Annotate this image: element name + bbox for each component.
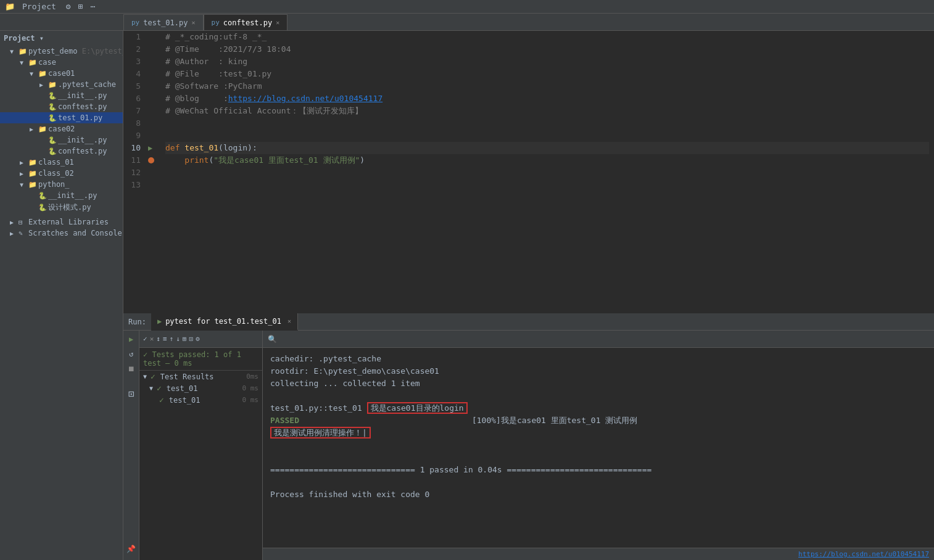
toolbar-filter-btn[interactable]: ✓ — [143, 335, 147, 343]
code-line-12 — [165, 167, 929, 179]
sidebar-item-class02[interactable]: ▶ 📁 class_02 — [0, 168, 123, 179]
code-line-3: # @Author : king — [165, 56, 929, 68]
toolbar-down-btn[interactable]: ↓ — [176, 335, 180, 343]
label-init3: __init__.py — [48, 191, 97, 200]
more-icon[interactable]: ⋯ — [90, 2, 95, 11]
line-num-13: 13 — [123, 179, 143, 191]
console-line-11 — [270, 476, 927, 488]
sidebar-item-test01[interactable]: 🐍 test_01.py — [0, 112, 123, 123]
test-item-test01-l2[interactable]: ✓ test_01 0 ms — [139, 394, 262, 406]
sidebar-title: Project ▾ — [4, 34, 44, 43]
line-num-7: 7 — [123, 105, 143, 117]
run-stop-btn[interactable]: ⏹ — [125, 363, 138, 375]
arrow-scratches: ▶ — [10, 230, 19, 237]
toolbar-up-btn[interactable]: ↑ — [170, 335, 174, 343]
tab-py-icon: py — [131, 19, 139, 27]
toolbar-sort-btn[interactable]: ↕ — [156, 335, 160, 343]
console-line-9 — [270, 451, 927, 464]
arrow-case02: ▶ — [30, 126, 38, 133]
sidebar-item-class01[interactable]: ▶ 📁 class_01 — [0, 157, 123, 168]
status-url[interactable]: https://blog.csdn.net/u010454117 — [798, 550, 929, 558]
sidebar-item-init1[interactable]: 🐍 __init__.py — [0, 90, 123, 101]
tab-conftest-label: conftest.py — [223, 19, 272, 27]
scratches-icon: ✎ — [19, 229, 28, 237]
sidebar-item-init2[interactable]: 🐍 __init__.py — [0, 134, 123, 146]
code-line-7: # @WeChat Official Account：【测试开发知库】 — [165, 105, 929, 117]
sidebar-item-conftest1[interactable]: 🐍 conftest.py — [0, 101, 123, 112]
console-toolbar-search[interactable]: 🔍 — [268, 335, 277, 344]
arrow-test01-l1: ▼ — [149, 385, 153, 392]
run-rerun-btn[interactable]: ↺ — [125, 348, 138, 360]
folder-icon-case01: 📁 — [38, 70, 48, 78]
line-num-10: 10 — [123, 142, 143, 154]
settings-icon[interactable]: ⚙ — [66, 2, 71, 11]
sidebar-item-conftest2[interactable]: 🐍 conftest.py — [0, 146, 123, 157]
test-item-test01-l1[interactable]: ▼ ✓ test_01 0 ms — [139, 382, 262, 394]
run-play-btn[interactable]: ▶ — [125, 333, 138, 345]
time-test01-l2: 0 ms — [242, 396, 259, 404]
tab-conftest-close[interactable]: ✕ — [276, 19, 279, 26]
arrow-case: ▼ — [20, 59, 28, 66]
breakpoint-icon-line11[interactable] — [148, 157, 154, 163]
editor-gutter: ▶ — [148, 31, 160, 313]
test-items-list: ▼ ✓ Test Results 0ms ▼ ✓ test_01 0 ms — [139, 371, 262, 560]
sidebar-item-python[interactable]: ▼ 📁 python_ — [0, 179, 123, 190]
project-icon: 📁 — [5, 2, 15, 11]
sidebar-item-extlibs[interactable]: ▶ ⊟ External Libraries — [0, 216, 123, 228]
arrow-python: ▼ — [20, 181, 28, 188]
toolbar-x-btn[interactable]: ✕ — [150, 335, 154, 343]
label-conftest1: conftest.py — [58, 102, 107, 111]
pin-btn[interactable]: 📌 — [125, 543, 138, 555]
run-tab-label: pytest for test_01.test_01 — [165, 317, 281, 326]
sidebar-item-case01[interactable]: ▼ 📁 case01 — [0, 68, 123, 79]
code-line-13 — [165, 179, 929, 191]
label-pytest-demo: pytest_demo E:\pytest_dem — [28, 47, 123, 56]
top-toolbar: 📁 Project ⚙ ⊞ ⋯ — [0, 0, 934, 14]
time-results-root: 0ms — [246, 373, 258, 381]
run-tab-active[interactable]: ▶ pytest for test_01.test_01 ✕ — [151, 313, 298, 331]
line-num-3: 3 — [123, 56, 143, 68]
test-item-results-root[interactable]: ▼ ✓ Test Results 0ms — [139, 371, 262, 382]
console-status-bar: https://blog.csdn.net/u010454117 — [263, 548, 934, 560]
sidebar-item-case[interactable]: ▼ 📁 case — [0, 57, 123, 68]
console-output[interactable]: cachedir: .pytest_cache rootdir: E:\pyte… — [263, 348, 934, 548]
time-test01-l1: 0 ms — [242, 384, 259, 392]
sidebar-item-init3[interactable]: 🐍 __init__.py — [0, 190, 123, 201]
line-num-6: 6 — [123, 93, 143, 105]
tab-test01[interactable]: py test_01.py ✕ — [123, 14, 204, 30]
run-tab-close[interactable]: ✕ — [287, 318, 291, 324]
sidebar-item-pytest-cache[interactable]: ▶ 📁 .pytest_cache — [0, 79, 123, 90]
toolbar-settings2-btn[interactable]: ⚙ — [196, 335, 200, 343]
layout-icon[interactable]: ⊞ — [78, 2, 83, 11]
toolbar-sort2-btn[interactable]: ≡ — [163, 335, 167, 343]
line-num-5: 5 — [123, 80, 143, 93]
console-line-2: rootdir: E:\pytest_demo\case\case01 — [270, 365, 927, 377]
sidebar-item-case02[interactable]: ▶ 📁 case02 — [0, 123, 123, 134]
code-area[interactable]: # _*_coding:utf-8 _*_ # @Time :2021/7/3 … — [160, 31, 934, 313]
box-highlight-cleanup: 我是测试用例清理操作！| — [270, 427, 371, 439]
run-settings-btn[interactable]: ⊡ — [125, 387, 138, 400]
toolbar-export-btn[interactable]: ⊞ — [183, 335, 187, 343]
tests-passed-msg: ✓ Tests passed: 1 of 1 test – 0 ms — [139, 348, 262, 371]
tab-conftest[interactable]: py conftest.py ✕ — [204, 14, 288, 30]
py-icon-init3: 🐍 — [38, 192, 48, 200]
sidebar-item-design[interactable]: 🐍 设计模式.py — [0, 201, 123, 214]
code-line-4: # @File :test_01.py — [165, 68, 929, 80]
run-icon-line10[interactable]: ▶ — [148, 144, 152, 152]
tab-test01-close[interactable]: ✕ — [192, 19, 196, 26]
tab-conftest-py-icon: py — [212, 19, 220, 27]
project-label[interactable]: Project — [22, 2, 56, 11]
py-icon-test01: 🐍 — [48, 114, 58, 122]
sidebar-item-scratches[interactable]: ▶ ✎ Scratches and Consoles — [0, 228, 123, 239]
py-icon-init2: 🐍 — [48, 136, 58, 144]
folder-icon-case02: 📁 — [38, 125, 48, 133]
console-panel: 🔍 cachedir: .pytest_cache rootdir: E:\py… — [263, 331, 934, 560]
code-line-8 — [165, 117, 929, 130]
toolbar-export2-btn[interactable]: ⊡ — [189, 335, 193, 343]
sidebar-item-pytest-demo[interactable]: ▼ 📁 pytest_demo E:\pytest_dem — [0, 46, 123, 57]
test-results-panel: ✓ ✕ ↕ ≡ ↑ ↓ ⊞ ⊡ ⚙ ✓ Tests passed: — [139, 331, 263, 560]
folder-icon-pytest-demo: 📁 — [19, 47, 28, 56]
console-line-6: PASSED[100%]我是case01 里面test_01 测试用例 — [270, 414, 927, 427]
label-class01: class_01 — [38, 158, 74, 167]
label-design: 设计模式.py — [48, 202, 91, 213]
